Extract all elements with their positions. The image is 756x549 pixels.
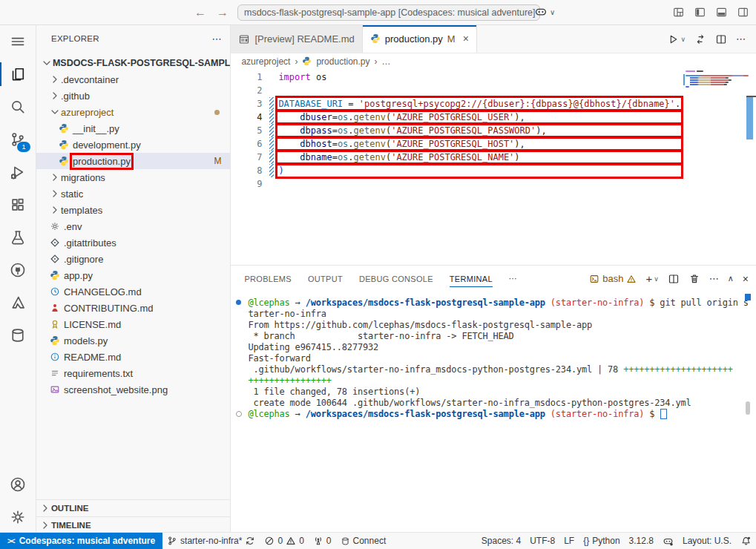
- tab-problems[interactable]: PROBLEMS: [244, 266, 292, 292]
- new-terminal-button[interactable]: + ∨: [645, 272, 658, 285]
- tree-item-changelog-md[interactable]: CHANGELOG.md: [36, 283, 230, 300]
- code-line-1[interactable]: 1import os: [231, 70, 683, 84]
- toggle-panel-icon[interactable]: [716, 7, 727, 18]
- toggle-secondary-sidebar-icon[interactable]: [737, 7, 749, 18]
- trash-icon[interactable]: [688, 273, 700, 285]
- ports-status-item[interactable]: 0: [309, 533, 336, 549]
- tree-item-production-py[interactable]: production.pyM: [36, 153, 230, 169]
- modified-dot: [214, 110, 220, 115]
- nav-forward-button[interactable]: →: [217, 6, 229, 19]
- nav-back-button[interactable]: ←: [194, 6, 206, 19]
- activity-search[interactable]: [0, 91, 36, 123]
- tree-item-devcontainer[interactable]: .devcontainer: [36, 71, 230, 88]
- terminal-shell-item[interactable]: bash: [589, 273, 637, 284]
- split-editor-icon[interactable]: [715, 33, 727, 45]
- code-line-5[interactable]: 5 dbpass=os.getenv('AZURE_POSTGRESQL_PAS…: [231, 124, 683, 137]
- tree-item-static[interactable]: static: [36, 185, 230, 202]
- tree-item-gitignore[interactable]: .gitignore: [36, 251, 230, 267]
- tree-item-templates[interactable]: templates: [36, 202, 230, 218]
- activity-github[interactable]: [0, 254, 36, 286]
- command-decoration-hollow[interactable]: [236, 411, 242, 417]
- accounts-button[interactable]: [0, 468, 36, 501]
- tree-item-requirements-txt[interactable]: requirements.txt: [36, 365, 230, 381]
- breadcrumb-file[interactable]: production.py: [316, 56, 369, 67]
- panel-more-tabs[interactable]: ⋯: [509, 266, 517, 292]
- tree-item-github[interactable]: .github: [36, 88, 230, 104]
- tree-item-license-md[interactable]: LICENSE.md: [36, 316, 230, 332]
- tree-item-readme-md[interactable]: README.md: [36, 349, 230, 365]
- maximize-panel-icon[interactable]: ∧: [728, 274, 734, 283]
- connect-status-item[interactable]: Connect: [336, 533, 391, 549]
- tree-item-azureproject[interactable]: azureproject: [36, 104, 230, 120]
- remote-indicator[interactable]: >< Codespaces: musical adventure: [0, 533, 162, 549]
- keyboard-layout-status-item[interactable]: Layout: U.S.: [678, 533, 736, 549]
- problems-status-item[interactable]: 0 0: [260, 533, 308, 549]
- split-terminal-icon[interactable]: [668, 273, 680, 285]
- command-decoration-filled[interactable]: [236, 300, 241, 305]
- branch-status-item[interactable]: starter-no-infra*: [162, 533, 260, 549]
- toggle-primary-sidebar-icon[interactable]: [694, 7, 706, 18]
- breadcrumb-symbol[interactable]: …: [381, 56, 390, 67]
- activity-database[interactable]: [0, 319, 36, 352]
- minimap[interactable]: [683, 69, 750, 265]
- eol-status-item[interactable]: LF: [559, 533, 579, 549]
- tree-item-contributing-md[interactable]: CONTRIBUTING.md: [36, 300, 230, 316]
- code-line-6[interactable]: 6 dbhost=os.getenv('AZURE_POSTGRESQL_HOS…: [231, 137, 683, 151]
- python-version-status-item[interactable]: 3.12.8: [625, 533, 658, 549]
- run-python-file-button[interactable]: ∨: [667, 33, 686, 45]
- tree-item-msdocs-flask-postgresql-sample[interactable]: MSDOCS-FLASK-POSTGRESQL-SAMPLE-...: [36, 55, 230, 71]
- tree-item-env[interactable]: .env: [36, 218, 230, 234]
- tab-readme-preview[interactable]: [Preview] README.md: [231, 25, 362, 53]
- gutter-modified-indicator: [269, 124, 274, 137]
- tree-item-migrations[interactable]: migrations: [36, 169, 230, 185]
- close-tab-icon[interactable]: ×: [463, 33, 469, 45]
- activity-explorer[interactable]: [0, 58, 36, 91]
- activity-run-debug[interactable]: [0, 156, 36, 188]
- editor-scrollbar[interactable]: [746, 97, 753, 139]
- line-number: 1: [231, 72, 262, 82]
- breadcrumb-folder[interactable]: azureproject: [241, 56, 290, 67]
- encoding-status-item[interactable]: UTF-8: [525, 533, 559, 549]
- indentation-status-item[interactable]: Spaces: 4: [477, 533, 525, 549]
- customize-layout-icon[interactable]: [673, 7, 684, 18]
- outline-section-header[interactable]: OUTLINE: [36, 499, 230, 516]
- tree-item-gitattributes[interactable]: .gitattributes: [36, 234, 230, 251]
- panel-more-actions[interactable]: ⋯: [709, 273, 719, 284]
- tab-debug-console[interactable]: DEBUG CONSOLE: [359, 266, 433, 292]
- tab-terminal[interactable]: TERMINAL: [450, 266, 493, 292]
- activity-testing[interactable]: [0, 221, 36, 254]
- activity-azure[interactable]: [0, 286, 36, 319]
- language-status-item[interactable]: {} Python: [579, 533, 624, 549]
- code-line-2[interactable]: 2: [231, 84, 683, 97]
- close-panel-icon[interactable]: ×: [743, 273, 749, 285]
- settings-button[interactable]: [0, 501, 36, 533]
- open-changes-icon[interactable]: [694, 33, 706, 45]
- editor-more-actions[interactable]: ⋯: [736, 33, 746, 45]
- tree-item-models-py[interactable]: models.py: [36, 332, 230, 349]
- code-line-7[interactable]: 7 dbname=os.getenv('AZURE_POSTGRESQL_NAM…: [231, 151, 683, 164]
- code-line-8[interactable]: 8): [231, 164, 683, 177]
- tree-item-app-py[interactable]: app.py: [36, 267, 230, 283]
- tree-item-init-py[interactable]: __init__.py: [36, 120, 230, 137]
- notifications-bell[interactable]: [736, 533, 756, 549]
- code-token: [278, 152, 300, 162]
- tab-production-py[interactable]: production.py M ×: [363, 25, 477, 53]
- tab-output[interactable]: OUTPUT: [308, 266, 343, 292]
- code-token: 'AZURE_POSTGRESQL_NAME': [391, 152, 514, 162]
- menu-button[interactable]: [0, 25, 36, 58]
- explorer-more-actions[interactable]: ⋯: [211, 33, 221, 45]
- terminal-view[interactable]: @lcephas → /workspaces/msdocs-flask-post…: [231, 292, 756, 533]
- code-line-3[interactable]: 3DATABASE_URI = 'postgresql+psycopg2://{…: [231, 97, 683, 111]
- copilot-menu-button[interactable]: ∨: [534, 4, 555, 20]
- tree-item-development-py[interactable]: development.py: [36, 137, 230, 153]
- timeline-section-header[interactable]: TIMELINE: [36, 516, 230, 533]
- tree-item-screenshot-website-png[interactable]: screenshot_website.png: [36, 381, 230, 398]
- code-line-4[interactable]: 4 dbuser=os.getenv('AZURE_POSTGRESQL_USE…: [231, 111, 683, 124]
- code-line-9[interactable]: 9: [231, 177, 683, 191]
- code-editor[interactable]: 1import os23DATABASE_URI = 'postgresql+p…: [231, 69, 756, 265]
- activity-extensions[interactable]: [0, 188, 36, 221]
- copilot-status-item[interactable]: [658, 533, 678, 549]
- command-center[interactable]: msdocs-flask-postgresql-sample-app [Code…: [237, 4, 540, 21]
- tree-item-label: CHANGELOG.md: [64, 286, 142, 297]
- activity-source-control[interactable]: 1: [0, 123, 36, 156]
